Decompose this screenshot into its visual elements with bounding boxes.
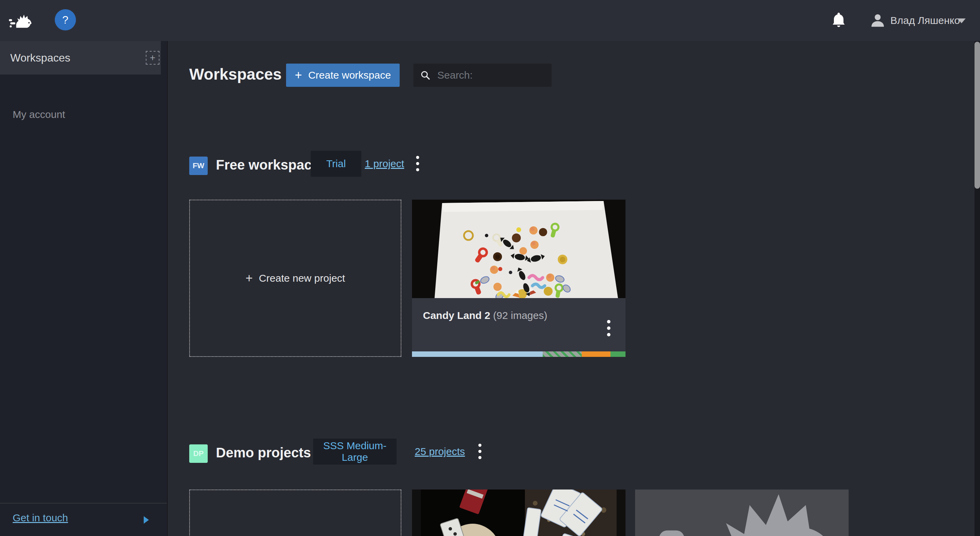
create-new-project-card[interactable]: + Create new project xyxy=(189,200,401,357)
progress-segment xyxy=(543,351,582,357)
scrollbar-thumb[interactable] xyxy=(975,42,980,189)
workspace-badge-fw: FW xyxy=(189,157,208,175)
workspace-menu-kebab-icon[interactable] xyxy=(477,442,483,460)
user-avatar-icon[interactable] xyxy=(870,12,886,28)
project-name: Candy Land 2 xyxy=(423,310,490,321)
plus-icon: + xyxy=(246,271,253,285)
project-card-trash[interactable] xyxy=(412,490,625,536)
workspace-plan-button[interactable]: Trial xyxy=(311,151,361,177)
workspace-title[interactable]: Free workspace xyxy=(216,157,319,173)
sidebar-item-workspaces[interactable]: Workspaces + xyxy=(0,41,161,75)
project-card-placeholder[interactable] xyxy=(635,490,849,536)
progress-segment xyxy=(582,351,611,357)
page-title: Workspaces xyxy=(189,65,282,83)
create-workspace-label: Create workspace xyxy=(308,70,391,81)
progress-segment xyxy=(611,351,625,357)
workspace-menu-kebab-icon[interactable] xyxy=(415,154,420,173)
workspace-projects-link[interactable]: 1 project xyxy=(365,158,404,170)
project-image-count-value: (92 images) xyxy=(493,310,547,321)
project-card-title: Candy Land 2 (92 images) xyxy=(423,310,547,321)
sidebar-divider xyxy=(0,503,167,504)
app-logo-hedgehog-icon[interactable] xyxy=(9,13,32,28)
top-bar: ? Влад Ляшенко xyxy=(0,0,980,41)
sidebar: Workspaces + My account Get in touch xyxy=(0,41,168,536)
notifications-bell-icon[interactable] xyxy=(832,12,846,28)
workspace-title[interactable]: Demo projects xyxy=(216,445,311,460)
project-progress-bar xyxy=(412,351,625,357)
placeholder-hedgehog-icon xyxy=(659,490,844,536)
plus-icon: + xyxy=(295,69,302,81)
project-card-candy-land[interactable]: Candy Land 2 (92 images) xyxy=(412,200,625,357)
get-in-touch-link[interactable]: Get in touch xyxy=(13,512,68,524)
workspace-projects-link[interactable]: 25 projects xyxy=(415,446,465,457)
create-workspace-button[interactable]: + Create workspace xyxy=(286,63,400,87)
search-icon xyxy=(420,70,430,80)
sidebar-item-label: Workspaces xyxy=(10,52,70,64)
add-workspace-icon[interactable]: + xyxy=(146,51,159,65)
help-button[interactable]: ? xyxy=(55,9,76,30)
create-project-label: Create new project xyxy=(259,273,345,284)
project-thumbnail-trash xyxy=(412,490,625,536)
chevron-down-icon[interactable] xyxy=(958,19,966,23)
sidebar-item-my-account[interactable]: My account xyxy=(13,109,65,121)
user-name[interactable]: Влад Ляшенко xyxy=(890,0,960,41)
progress-segment xyxy=(412,351,543,357)
project-thumbnail-candies xyxy=(412,200,625,298)
search-box[interactable] xyxy=(414,63,552,87)
create-new-project-card[interactable]: + Create new project xyxy=(189,490,401,536)
workspace-badge-dp: DP xyxy=(189,444,208,463)
project-menu-kebab-icon[interactable] xyxy=(606,319,612,338)
search-input[interactable] xyxy=(437,70,545,81)
workspace-plan-button[interactable]: SSS Medium-Large xyxy=(313,439,396,465)
arrow-right-icon[interactable] xyxy=(144,516,149,524)
